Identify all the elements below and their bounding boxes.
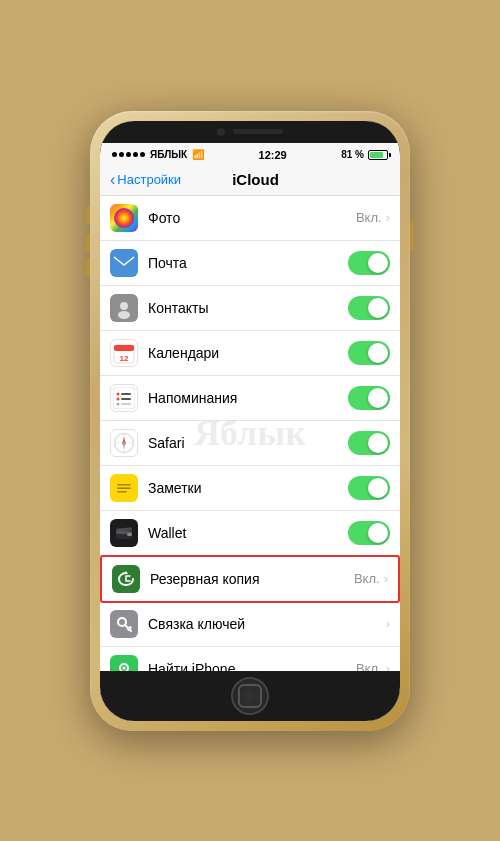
svg-point-38 [123,666,126,669]
svg-rect-14 [121,403,131,405]
photos-label: Фото [148,210,356,226]
backup-chevron-icon: › [384,571,388,586]
contacts-icon [110,294,138,322]
speaker [233,129,283,134]
phone-frame: ЯБЛЫК 📶 12:29 81 % ‹ Настройки [90,111,410,731]
settings-row-notes[interactable]: Заметки [100,466,400,511]
svg-point-4 [118,311,130,319]
settings-row-safari[interactable]: Safari [100,421,400,466]
calendar-toggle[interactable] [348,341,390,365]
wallet-toggle[interactable] [348,521,390,545]
settings-row-keychain[interactable]: Связка ключей › [100,602,400,647]
front-camera [217,128,225,136]
settings-row-wallet[interactable]: Wallet [100,511,400,556]
mail-svg [113,252,135,274]
safari-svg [113,432,135,454]
svg-rect-29 [127,533,132,536]
reminders-svg [113,387,135,409]
nav-title: iCloud [181,171,330,188]
signal-dot [119,152,124,157]
settings-section-main: Фото Вкл. › Почта [100,196,400,671]
photos-icon [110,204,138,232]
reminders-icon [110,384,138,412]
back-button[interactable]: ‹ Настройки [110,171,181,189]
safari-icon [110,429,138,457]
findiphone-label: Найти iPhone [148,661,356,671]
reminders-label: Напоминания [148,390,348,406]
findiphone-value: Вкл. [356,661,382,671]
signal-indicator [112,152,145,157]
photos-chevron-icon: › [386,210,390,225]
contacts-toggle-knob [368,298,388,318]
back-label: Настройки [117,172,181,187]
svg-point-13 [117,402,120,405]
wallet-label: Wallet [148,525,348,541]
keychain-icon [110,610,138,638]
notes-toggle[interactable] [348,476,390,500]
svg-point-11 [117,397,120,400]
top-notch [100,121,400,143]
backup-label: Резервная копия [150,571,354,587]
backup-icon [112,565,140,593]
screen: ЯБЛЫК 📶 12:29 81 % ‹ Настройки [100,121,400,721]
settings-row-calendar[interactable]: 12 Календари [100,331,400,376]
mail-label: Почта [148,255,348,271]
reminders-toggle[interactable] [348,386,390,410]
notes-label: Заметки [148,480,348,496]
settings-row-backup[interactable]: Резервная копия Вкл. › [100,555,400,603]
svg-rect-24 [117,491,127,493]
svg-point-9 [117,392,120,395]
svg-point-0 [114,208,134,228]
photos-value: Вкл. [356,210,382,225]
signal-dot [140,152,145,157]
calendar-label: Календари [148,345,348,361]
wallet-svg [113,522,135,544]
signal-dot [112,152,117,157]
wallet-icon [110,519,138,547]
mail-icon [110,249,138,277]
contacts-toggle[interactable] [348,296,390,320]
svg-rect-6 [114,345,134,351]
backup-value: Вкл. [354,571,380,586]
mail-toggle-knob [368,253,388,273]
status-right: 81 % [341,149,388,160]
mail-toggle[interactable] [348,251,390,275]
signal-dot [126,152,131,157]
wallet-toggle-knob [368,523,388,543]
calendar-icon: 12 [110,339,138,367]
contacts-label: Контакты [148,300,348,316]
battery-icon [368,150,388,160]
svg-rect-10 [121,393,131,395]
calendar-toggle-knob [368,343,388,363]
home-button[interactable] [231,677,269,715]
status-time: 12:29 [259,149,287,161]
settings-row-contacts[interactable]: Контакты [100,286,400,331]
home-button-inner [238,684,262,708]
reminders-toggle-knob [368,388,388,408]
settings-list: Яблык [100,196,400,671]
svg-point-3 [120,302,128,310]
settings-row-mail[interactable]: Почта [100,241,400,286]
backup-svg [115,568,137,590]
findiphone-chevron-icon: › [386,661,390,671]
photos-svg [113,207,135,229]
back-chevron-icon: ‹ [110,171,115,189]
contacts-svg [113,297,135,319]
settings-row-reminders[interactable]: Напоминания [100,376,400,421]
status-bar: ЯБЛЫК 📶 12:29 81 % [100,143,400,165]
findiphone-svg [113,658,135,671]
svg-rect-22 [117,484,131,486]
wifi-icon: 📶 [192,149,204,160]
safari-toggle[interactable] [348,431,390,455]
signal-dot [133,152,138,157]
notes-toggle-knob [368,478,388,498]
carrier-label: ЯБЛЫК [150,149,187,160]
home-button-area [100,671,400,721]
safari-toggle-knob [368,433,388,453]
svg-text:12: 12 [120,354,129,363]
keychain-chevron-icon: › [386,616,390,631]
settings-row-photos[interactable]: Фото Вкл. › [100,196,400,241]
settings-row-findiphone[interactable]: Найти iPhone Вкл. › [100,647,400,671]
calendar-svg: 12 [113,342,135,364]
safari-label: Safari [148,435,348,451]
